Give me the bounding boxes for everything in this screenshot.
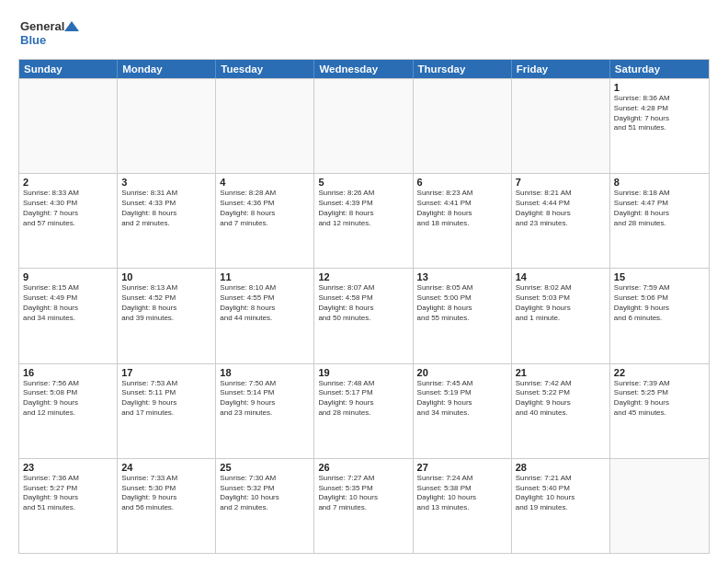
- header: General Blue: [18, 17, 710, 52]
- calendar-cell-r1-c0: 2Sunrise: 8:33 AM Sunset: 4:30 PM Daylig…: [19, 174, 118, 268]
- calendar-cell-r1-c1: 3Sunrise: 8:31 AM Sunset: 4:33 PM Daylig…: [118, 174, 216, 268]
- calendar-row-1: 2Sunrise: 8:33 AM Sunset: 4:30 PM Daylig…: [19, 173, 709, 268]
- calendar-cell-r3-c4: 20Sunrise: 7:45 AM Sunset: 5:19 PM Dayli…: [414, 364, 512, 458]
- calendar-cell-r2-c6: 15Sunrise: 7:59 AM Sunset: 5:06 PM Dayli…: [610, 269, 709, 362]
- svg-marker-2: [64, 21, 79, 31]
- header-day-friday: Friday: [512, 60, 610, 78]
- day-number: 21: [516, 367, 606, 378]
- calendar-cell-r0-c5: [512, 79, 610, 173]
- day-details: Sunrise: 7:50 AM Sunset: 5:14 PM Dayligh…: [220, 379, 310, 419]
- day-details: Sunrise: 8:26 AM Sunset: 4:39 PM Dayligh…: [318, 189, 408, 228]
- day-details: Sunrise: 7:21 AM Sunset: 5:40 PM Dayligh…: [516, 474, 606, 513]
- day-number: 19: [318, 367, 408, 378]
- calendar-cell-r4-c6: [610, 459, 709, 553]
- header-day-wednesday: Wednesday: [314, 60, 413, 78]
- day-number: 22: [614, 367, 705, 378]
- calendar-cell-r0-c0: [19, 79, 118, 173]
- day-details: Sunrise: 8:10 AM Sunset: 4:55 PM Dayligh…: [220, 283, 310, 323]
- day-number: 13: [417, 271, 507, 282]
- day-details: Sunrise: 8:28 AM Sunset: 4:36 PM Dayligh…: [220, 189, 310, 228]
- calendar-cell-r2-c5: 14Sunrise: 8:02 AM Sunset: 5:03 PM Dayli…: [512, 269, 610, 362]
- day-number: 26: [318, 462, 408, 473]
- calendar-row-3: 16Sunrise: 7:56 AM Sunset: 5:08 PM Dayli…: [19, 363, 709, 458]
- day-details: Sunrise: 7:24 AM Sunset: 5:38 PM Dayligh…: [417, 474, 507, 513]
- calendar-cell-r1-c3: 5Sunrise: 8:26 AM Sunset: 4:39 PM Daylig…: [314, 174, 413, 268]
- day-details: Sunrise: 8:15 AM Sunset: 4:49 PM Dayligh…: [23, 283, 113, 323]
- calendar-row-2: 9Sunrise: 8:15 AM Sunset: 4:49 PM Daylig…: [19, 268, 709, 362]
- day-number: 7: [516, 177, 606, 188]
- calendar-row-4: 23Sunrise: 7:36 AM Sunset: 5:27 PM Dayli…: [19, 458, 709, 553]
- calendar-cell-r2-c3: 12Sunrise: 8:07 AM Sunset: 4:58 PM Dayli…: [314, 269, 413, 362]
- header-day-monday: Monday: [118, 60, 216, 78]
- day-number: 6: [417, 177, 507, 188]
- day-number: 15: [614, 271, 705, 282]
- calendar-cell-r3-c5: 21Sunrise: 7:42 AM Sunset: 5:22 PM Dayli…: [512, 364, 610, 458]
- page: General Blue SundayMondayTuesdayWednesda…: [0, 0, 728, 563]
- day-number: 1: [614, 82, 705, 93]
- header-day-saturday: Saturday: [610, 60, 709, 78]
- day-details: Sunrise: 7:53 AM Sunset: 5:11 PM Dayligh…: [121, 379, 211, 419]
- day-details: Sunrise: 8:31 AM Sunset: 4:33 PM Dayligh…: [121, 189, 211, 228]
- day-details: Sunrise: 8:33 AM Sunset: 4:30 PM Dayligh…: [23, 189, 113, 228]
- day-details: Sunrise: 8:02 AM Sunset: 5:03 PM Dayligh…: [516, 283, 606, 323]
- calendar-cell-r4-c4: 27Sunrise: 7:24 AM Sunset: 5:38 PM Dayli…: [414, 459, 512, 553]
- calendar-cell-r1-c5: 7Sunrise: 8:21 AM Sunset: 4:44 PM Daylig…: [512, 174, 610, 268]
- day-number: 11: [220, 271, 310, 282]
- calendar-cell-r0-c6: 1Sunrise: 8:36 AM Sunset: 4:28 PM Daylig…: [610, 79, 709, 173]
- day-details: Sunrise: 8:18 AM Sunset: 4:47 PM Dayligh…: [614, 189, 705, 228]
- day-number: 24: [121, 462, 211, 473]
- calendar-cell-r1-c2: 4Sunrise: 8:28 AM Sunset: 4:36 PM Daylig…: [216, 174, 314, 268]
- calendar-cell-r2-c1: 10Sunrise: 8:13 AM Sunset: 4:52 PM Dayli…: [118, 269, 216, 362]
- day-number: 27: [417, 462, 507, 473]
- calendar-cell-r4-c3: 26Sunrise: 7:27 AM Sunset: 5:35 PM Dayli…: [314, 459, 413, 553]
- header-day-sunday: Sunday: [19, 60, 118, 78]
- calendar-cell-r3-c3: 19Sunrise: 7:48 AM Sunset: 5:17 PM Dayli…: [314, 364, 413, 458]
- calendar-cell-r0-c4: [414, 79, 512, 173]
- day-number: 8: [614, 177, 705, 188]
- day-number: 10: [121, 271, 211, 282]
- calendar-cell-r4-c1: 24Sunrise: 7:33 AM Sunset: 5:30 PM Dayli…: [118, 459, 216, 553]
- calendar-cell-r0-c3: [314, 79, 413, 173]
- day-number: 9: [23, 271, 113, 282]
- calendar-cell-r0-c1: [118, 79, 216, 173]
- day-details: Sunrise: 7:48 AM Sunset: 5:17 PM Dayligh…: [318, 379, 408, 419]
- day-number: 23: [23, 462, 113, 473]
- day-number: 28: [516, 462, 606, 473]
- calendar: SundayMondayTuesdayWednesdayThursdayFrid…: [18, 59, 710, 554]
- logo-svg: General Blue: [18, 17, 83, 52]
- calendar-cell-r3-c2: 18Sunrise: 7:50 AM Sunset: 5:14 PM Dayli…: [216, 364, 314, 458]
- day-details: Sunrise: 7:30 AM Sunset: 5:32 PM Dayligh…: [220, 474, 310, 513]
- calendar-cell-r2-c0: 9Sunrise: 8:15 AM Sunset: 4:49 PM Daylig…: [19, 269, 118, 362]
- day-details: Sunrise: 8:36 AM Sunset: 4:28 PM Dayligh…: [614, 94, 705, 133]
- calendar-body: 1Sunrise: 8:36 AM Sunset: 4:28 PM Daylig…: [19, 78, 709, 553]
- day-number: 18: [220, 367, 310, 378]
- calendar-cell-r3-c0: 16Sunrise: 7:56 AM Sunset: 5:08 PM Dayli…: [19, 364, 118, 458]
- calendar-cell-r3-c1: 17Sunrise: 7:53 AM Sunset: 5:11 PM Dayli…: [118, 364, 216, 458]
- day-number: 4: [220, 177, 310, 188]
- calendar-cell-r2-c2: 11Sunrise: 8:10 AM Sunset: 4:55 PM Dayli…: [216, 269, 314, 362]
- calendar-cell-r2-c4: 13Sunrise: 8:05 AM Sunset: 5:00 PM Dayli…: [414, 269, 512, 362]
- day-details: Sunrise: 7:33 AM Sunset: 5:30 PM Dayligh…: [121, 474, 211, 513]
- day-details: Sunrise: 7:45 AM Sunset: 5:19 PM Dayligh…: [417, 379, 507, 419]
- day-number: 2: [23, 177, 113, 188]
- calendar-header: SundayMondayTuesdayWednesdayThursdayFrid…: [19, 60, 709, 78]
- calendar-cell-r4-c2: 25Sunrise: 7:30 AM Sunset: 5:32 PM Dayli…: [216, 459, 314, 553]
- calendar-cell-r4-c5: 28Sunrise: 7:21 AM Sunset: 5:40 PM Dayli…: [512, 459, 610, 553]
- day-details: Sunrise: 8:05 AM Sunset: 5:00 PM Dayligh…: [417, 283, 507, 323]
- calendar-cell-r0-c2: [216, 79, 314, 173]
- day-details: Sunrise: 7:42 AM Sunset: 5:22 PM Dayligh…: [516, 379, 606, 419]
- day-number: 5: [318, 177, 408, 188]
- day-number: 20: [417, 367, 507, 378]
- day-details: Sunrise: 7:36 AM Sunset: 5:27 PM Dayligh…: [23, 474, 113, 513]
- day-number: 3: [121, 177, 211, 188]
- day-details: Sunrise: 8:13 AM Sunset: 4:52 PM Dayligh…: [121, 283, 211, 323]
- calendar-cell-r4-c0: 23Sunrise: 7:36 AM Sunset: 5:27 PM Dayli…: [19, 459, 118, 553]
- calendar-row-0: 1Sunrise: 8:36 AM Sunset: 4:28 PM Daylig…: [19, 78, 709, 173]
- day-details: Sunrise: 7:59 AM Sunset: 5:06 PM Dayligh…: [614, 283, 705, 323]
- day-number: 14: [516, 271, 606, 282]
- day-number: 25: [220, 462, 310, 473]
- day-number: 16: [23, 367, 113, 378]
- day-details: Sunrise: 8:23 AM Sunset: 4:41 PM Dayligh…: [417, 189, 507, 228]
- logo: General Blue: [18, 17, 83, 52]
- day-details: Sunrise: 7:56 AM Sunset: 5:08 PM Dayligh…: [23, 379, 113, 419]
